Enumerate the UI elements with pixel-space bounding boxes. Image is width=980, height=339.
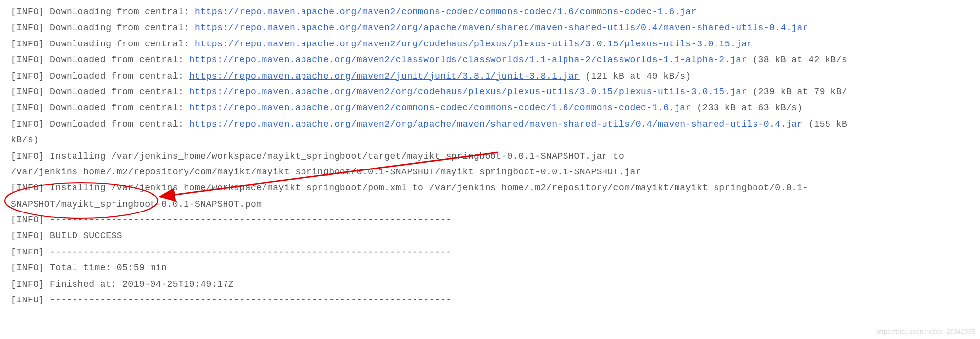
- log-link[interactable]: https://repo.maven.apache.org/maven2/com…: [189, 103, 691, 113]
- log-suffix: (233 kB at 63 kB/s): [691, 103, 803, 113]
- log-prefix: [INFO] Downloading from central:: [11, 39, 195, 49]
- log-prefix: [INFO] Downloaded from central:: [11, 103, 189, 113]
- log-link[interactable]: https://repo.maven.apache.org/maven2/jun…: [189, 71, 580, 81]
- log-line: [INFO] Downloaded from central: https://…: [11, 52, 980, 68]
- log-link[interactable]: https://repo.maven.apache.org/maven2/org…: [195, 39, 753, 49]
- log-line: [INFO] Downloaded from central: https://…: [11, 116, 980, 132]
- log-line-total_time: [INFO] Total time: 05:59 min: [11, 260, 980, 276]
- log-line: [INFO] Downloaded from central: https://…: [11, 100, 980, 116]
- log-link[interactable]: https://repo.maven.apache.org/maven2/cla…: [189, 55, 747, 65]
- log-prefix: [INFO] Downloading from central:: [11, 23, 195, 33]
- log-line-install1b: /var/jenkins_home/.m2/repository/com/may…: [11, 164, 980, 180]
- log-suffix: (239 kB at 79 kB/: [747, 87, 847, 97]
- log-line-kbps: kB/s): [11, 132, 980, 148]
- log-line-divider2: [INFO] ---------------------------------…: [11, 244, 980, 260]
- log-output: [INFO] Downloading from central: https:/…: [11, 4, 980, 308]
- log-line: [INFO] Downloaded from central: https://…: [11, 68, 980, 84]
- log-prefix: [INFO] Downloaded from central:: [11, 87, 189, 97]
- log-suffix: (121 kB at 49 kB/s): [580, 71, 691, 81]
- log-prefix: [INFO] Downloaded from central:: [11, 55, 189, 65]
- log-line-install2b: SNAPSHOT/mayikt_springboot-0.0.1-SNAPSHO…: [11, 196, 980, 212]
- log-line-finished_at: [INFO] Finished at: 2019-04-25T19:49:17Z: [11, 276, 980, 292]
- log-link[interactable]: https://repo.maven.apache.org/maven2/com…: [195, 7, 697, 17]
- log-suffix: (38 kB at 42 kB/s: [747, 55, 847, 65]
- log-line: [INFO] Downloading from central: https:/…: [11, 36, 980, 52]
- log-line-divider1: [INFO] ---------------------------------…: [11, 212, 980, 228]
- log-link[interactable]: https://repo.maven.apache.org/maven2/org…: [195, 23, 808, 33]
- log-line: [INFO] Downloading from central: https:/…: [11, 20, 980, 36]
- log-line: [INFO] Downloaded from central: https://…: [11, 84, 980, 100]
- log-suffix: (155 kB: [803, 119, 847, 129]
- log-prefix: [INFO] Downloaded from central:: [11, 71, 189, 81]
- log-line: [INFO] Downloading from central: https:/…: [11, 4, 980, 20]
- log-prefix: [INFO] Downloading from central:: [11, 7, 195, 17]
- log-line-divider3: [INFO] ---------------------------------…: [11, 292, 980, 308]
- watermark-text: https://blog.csdn.net/qq_20042935: [877, 326, 976, 337]
- log-line-install2: [INFO] Installing /var/jenkins_home/work…: [11, 180, 980, 196]
- log-prefix: [INFO] Downloaded from central:: [11, 119, 189, 129]
- log-link[interactable]: https://repo.maven.apache.org/maven2/org…: [189, 119, 803, 129]
- log-line-install1: [INFO] Installing /var/jenkins_home/work…: [11, 148, 980, 164]
- log-line-build_success: [INFO] BUILD SUCCESS: [11, 228, 980, 244]
- log-link[interactable]: https://repo.maven.apache.org/maven2/org…: [189, 87, 747, 97]
